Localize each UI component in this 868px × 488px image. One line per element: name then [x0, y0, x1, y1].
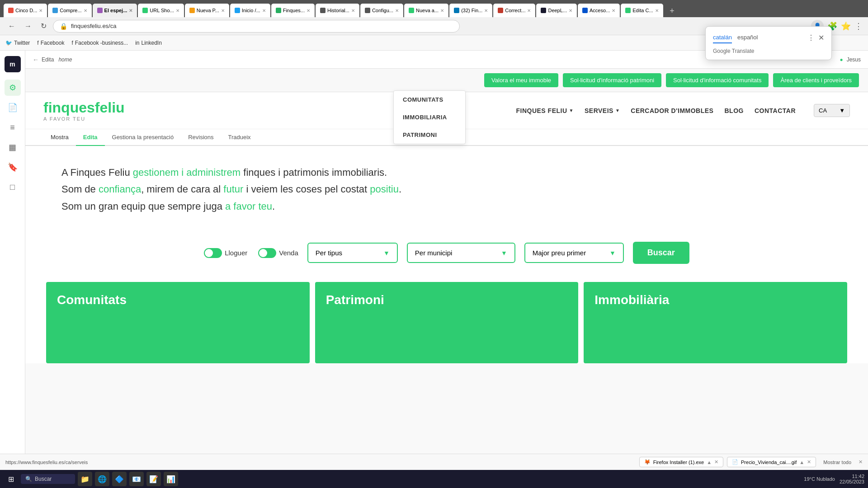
cards-section: Comunitats Patrimoni Immobiliària — [25, 282, 868, 363]
site-wrapper: Valora el meu immoble Sol·licitud d'info… — [25, 69, 868, 363]
translate-tab-spanish[interactable]: español — [737, 32, 758, 43]
bookmark-facebook[interactable]: f Facebook — [37, 40, 64, 46]
tab-revisions[interactable]: Revisions — [181, 129, 221, 146]
download-caret-icon-2[interactable]: ▲ — [799, 460, 804, 465]
select-major-preu[interactable]: Major preu primer ▼ — [524, 243, 624, 263]
taskbar-edge[interactable]: 🔷 — [112, 472, 127, 486]
back-button[interactable]: ← — [5, 20, 18, 32]
toggle-venda[interactable]: Venda — [258, 248, 298, 258]
reload-button[interactable]: ↻ — [38, 20, 49, 32]
browser-tab-10[interactable]: Nueva a... ✕ — [404, 4, 448, 17]
bookmark-twitter[interactable]: 🐦 Twitter — [5, 40, 30, 46]
select-per-tipus[interactable]: Per tipus ▼ — [307, 243, 398, 263]
tab-mostra[interactable]: Mostra — [43, 129, 76, 146]
browser-tab-5[interactable]: Nueva P... ✕ — [185, 4, 229, 17]
translate-source: Google Translate — [713, 48, 824, 54]
translate-more-icon[interactable]: ⋮ — [807, 33, 815, 42]
browser-tab-14[interactable]: Acceso... ✕ — [578, 4, 620, 17]
taskbar-chrome[interactable]: 🌐 — [95, 472, 109, 486]
sidebar-item-pages[interactable]: 📄 — [5, 99, 21, 116]
browser-tab-7[interactable]: Finques... ✕ — [271, 4, 315, 17]
translate-popup: catalán español ⋮ ✕ Google Translate — [705, 26, 832, 60]
taskbar-windows-icon[interactable]: ⊞ — [4, 472, 18, 486]
sidebar-item-blocks[interactable]: ▦ — [5, 139, 21, 155]
browser-tab-3-active[interactable]: El espej... ✕ — [93, 4, 137, 17]
browser-tab-13[interactable]: DeepL... ✕ — [536, 4, 577, 17]
download-close-icon-1[interactable]: ✕ — [714, 459, 718, 465]
select-per-municipi[interactable]: Per municipi ▼ — [407, 243, 515, 263]
card-patrimoni[interactable]: Patrimoni — [315, 282, 579, 363]
sol-licitud-patrimoni-btn[interactable]: Sol·licitud d'informació patrimoni — [563, 73, 661, 87]
browser-tab-6[interactable]: Inicio /... ✕ — [230, 4, 270, 17]
user-icon: ● — [840, 56, 843, 63]
sidebar-item-bookmark[interactable]: 🔖 — [5, 159, 21, 175]
card-comunitats[interactable]: Comunitats — [46, 282, 310, 363]
browser-tab-1[interactable]: Cinco D... ✕ — [4, 4, 47, 17]
sidebar-logo[interactable]: m — [5, 56, 21, 72]
nav-item-contactar[interactable]: CONTACTAR — [755, 107, 796, 114]
valora-btn[interactable]: Valora el meu immoble — [484, 73, 558, 87]
sidebar-item-square[interactable]: □ — [5, 179, 21, 195]
twitter-icon: 🐦 — [5, 40, 12, 46]
per-tipus-caret-icon: ▼ — [383, 249, 390, 257]
toggle-venda-switch[interactable] — [258, 248, 276, 258]
download-close-icon-2[interactable]: ✕ — [807, 459, 811, 465]
new-tab-button[interactable]: + — [666, 5, 679, 17]
taskbar-word[interactable]: 📝 — [146, 472, 161, 486]
dropdown-item-patrimoni[interactable]: PATRIMONI — [394, 126, 465, 144]
lang-selector[interactable]: CA ▼ — [814, 104, 850, 117]
forward-button[interactable]: → — [22, 20, 34, 32]
translate-tab-catalan[interactable]: catalán — [713, 32, 732, 43]
area-clients-btn[interactable]: Àrea de clients i proveïdors — [773, 73, 859, 87]
top-actions-bar: Valora el meu immoble Sol·licitud d'info… — [25, 69, 868, 92]
toggle-lloguer-switch[interactable] — [204, 248, 222, 258]
taskbar-search[interactable]: 🔍 Buscar — [21, 474, 75, 484]
logo-text: finquesfeliu — [43, 99, 125, 116]
taskbar-outlook[interactable]: 📧 — [129, 472, 144, 486]
search-icon: 🔍 — [25, 476, 32, 482]
serveis-dropdown: COMUNITATS IMMOBILIARIA PATRIMONI — [393, 90, 466, 144]
bookmark-linkedin[interactable]: in LinkedIn — [135, 40, 162, 46]
show-all-downloads[interactable]: Mostrar todo — [820, 458, 855, 467]
browser-tab-9[interactable]: Configu... ✕ — [360, 4, 403, 17]
settings-menu-icon[interactable]: ⋮ — [854, 21, 863, 31]
tab-edita[interactable]: Edita — [76, 129, 105, 146]
tab-gestiona[interactable]: Gestiona la presentació — [105, 129, 181, 146]
browser-tab-2[interactable]: Compre... ✕ — [48, 4, 91, 17]
facebook-icon: f — [37, 40, 38, 46]
edit-link[interactable]: Edita home — [42, 56, 72, 63]
browser-tab-4[interactable]: URL Sho... ✕ — [138, 4, 184, 17]
dropdown-item-comunitats[interactable]: COMUNITATS — [394, 91, 465, 108]
nav-item-serveis[interactable]: SERVEIS ▼ — [585, 107, 620, 114]
translate-close-icon[interactable]: ✕ — [818, 33, 824, 42]
tab-tradueix[interactable]: Tradueix — [221, 129, 258, 146]
close-downloads-icon[interactable]: ✕ — [859, 459, 863, 465]
download-caret-icon-1[interactable]: ▲ — [707, 460, 712, 465]
sol-licitud-comunitats-btn[interactable]: Sol·licitud d'informació comunitats — [666, 73, 769, 87]
search-section: Lloguer Venda Per tipus ▼ Per municipi — [25, 233, 868, 282]
browser-tab-15[interactable]: Edita C... ✕ — [621, 4, 663, 17]
taskbar-excel[interactable]: 📊 — [164, 472, 178, 486]
nav-item-cercador[interactable]: CERCADOR D'IMMOBLES — [631, 107, 713, 114]
browser-tab-8[interactable]: Historial... ✕ — [316, 4, 359, 17]
nav-item-blog[interactable]: BLOG — [724, 107, 743, 114]
download-item-1[interactable]: 🦊 Firefox Installer (1).exe ▲ ✕ — [639, 457, 723, 467]
sidebar-item-menu[interactable]: ≡ — [5, 119, 21, 136]
download-item-2[interactable]: 📄 Precio_Vivienda_cai....gif ▲ ✕ — [727, 457, 816, 467]
dropdown-item-immobiliaria[interactable]: IMMOBILIARIA — [394, 108, 465, 126]
facebook-business-icon: f — [71, 40, 73, 46]
sidebar-item-settings[interactable]: ⚙ — [5, 80, 21, 96]
logo-area[interactable]: finquesfeliu A FAVOR TEU — [43, 99, 125, 122]
toggle-lloguer[interactable]: Lloguer — [204, 248, 247, 258]
taskbar-file-explorer[interactable]: 📁 — [78, 472, 92, 486]
browser-tab-12[interactable]: Correct... ✕ — [493, 4, 535, 17]
browser-tab-11[interactable]: (32) Fin... ✕ — [449, 4, 492, 17]
major-preu-caret-icon: ▼ — [609, 249, 616, 257]
nav-item-finques-feliu[interactable]: FINQUES FELIU ▼ — [516, 107, 573, 114]
bookmark-facebook-business[interactable]: f Facebook -business... — [71, 40, 128, 46]
bookmark-icon[interactable]: ⭐ — [841, 21, 851, 31]
lang-caret-icon: ▼ — [839, 107, 845, 114]
card-immobiliaria[interactable]: Immobiliària — [584, 282, 847, 363]
address-bar[interactable] — [71, 23, 453, 29]
buscar-button[interactable]: Buscar — [633, 242, 689, 264]
